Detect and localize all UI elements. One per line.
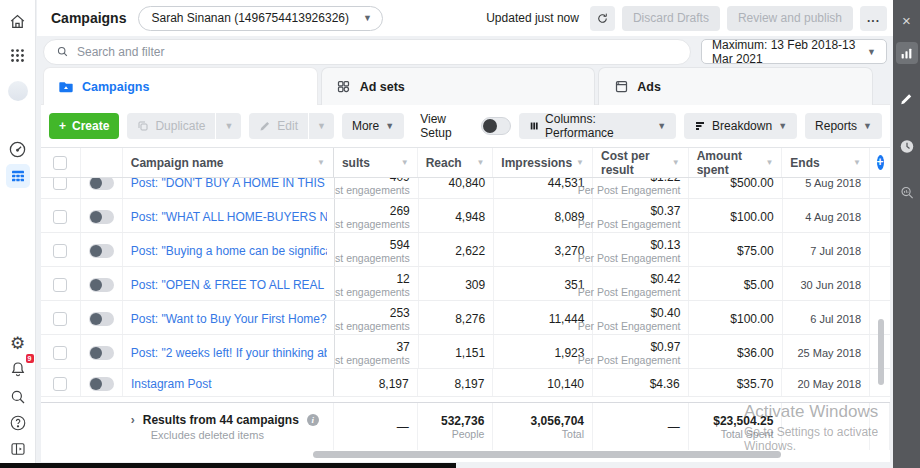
ads-page-icon [613, 79, 629, 95]
sort-icon: ▼ [317, 158, 325, 167]
bar-chart-icon[interactable] [896, 42, 918, 64]
breakdown-button[interactable]: Breakdown▼ [684, 113, 797, 139]
campaign-name-link[interactable]: Instagram Post [131, 377, 212, 391]
add-column-button[interactable]: + [870, 148, 890, 177]
row-checkbox[interactable] [53, 312, 67, 326]
level-tabs: Campaigns Ad sets Ads [43, 67, 873, 105]
home-icon[interactable] [7, 10, 29, 32]
campaign-name-link[interactable]: Post: "DON'T BUY A HOME IN THIS MARKET, … [131, 178, 327, 190]
refresh-button[interactable] [590, 6, 615, 31]
notifications-bell-icon[interactable]: 9 [7, 358, 29, 380]
more-button[interactable]: More▼ [342, 113, 404, 139]
search-icon [56, 45, 69, 58]
more-options-button[interactable]: ... [860, 6, 887, 31]
campaign-status-toggle[interactable] [89, 210, 114, 224]
header-amount-spent[interactable]: Amount spent▼ [689, 148, 783, 177]
campaign-status-toggle[interactable] [89, 278, 114, 292]
ends-cell: 30 Jun 2018 [783, 267, 870, 300]
summary-results: — [334, 403, 418, 450]
duplicate-button[interactable]: Duplicate [127, 113, 215, 139]
help-icon[interactable] [7, 412, 29, 434]
horizontal-scrollbar-thumb[interactable] [313, 451, 781, 458]
row-checkbox[interactable] [53, 346, 67, 360]
history-clock-icon[interactable] [896, 136, 917, 157]
summary-spent: $23,504.25Total Spent [689, 403, 783, 450]
row-checkbox[interactable] [53, 210, 67, 224]
campaigns-folder-icon [58, 79, 74, 95]
cost-per-result-cell: $0.42Per Post Engagement [593, 267, 689, 300]
campaign-name-link[interactable]: Post: "WHAT ALL HOME-BUYERS NEED TO K... [131, 210, 327, 224]
campaigns-panel: + Create Duplicate ▼ Edit ▼ More▼ [41, 104, 890, 462]
amount-spent-cell: $100.00 [689, 199, 782, 232]
amount-spent-cell: $5.00 [689, 267, 782, 300]
reach-cell: 1,151 [419, 335, 494, 368]
settings-gear-icon[interactable]: ⚙ [7, 332, 29, 354]
campaign-status-toggle[interactable] [89, 377, 114, 391]
ends-cell: 20 May 2018 [782, 369, 870, 396]
campaign-name-link[interactable]: Post: "2 weeks left! If your thinking ab… [131, 346, 327, 360]
row-checkbox[interactable] [53, 278, 67, 292]
tab-adsets[interactable]: Ad sets [321, 67, 596, 105]
edit-split-button: Edit ▼ [249, 113, 334, 139]
vertical-scrollbar-thumb[interactable] [878, 319, 884, 385]
discard-drafts-button[interactable]: Discard Drafts [622, 6, 720, 31]
search-icon[interactable] [7, 386, 29, 408]
account-avatar[interactable] [7, 80, 29, 102]
tab-campaigns[interactable]: Campaigns [43, 67, 318, 105]
impressions-cell: 10,140 [493, 369, 593, 396]
apps-grid-icon[interactable] [7, 44, 29, 66]
results-cell: 409st engagements [335, 178, 419, 198]
campaign-status-toggle[interactable] [89, 312, 114, 326]
header-reach[interactable]: Reach▼ [418, 148, 494, 177]
expand-chevron-icon[interactable]: › [131, 413, 135, 427]
columns-button[interactable]: Columns: Performance▼ [519, 113, 676, 139]
row-checkbox[interactable] [53, 178, 67, 190]
tab-ads[interactable]: Ads [598, 67, 873, 105]
select-all-checkbox[interactable] [53, 156, 67, 170]
close-icon[interactable]: × [896, 10, 917, 31]
info-icon[interactable]: i [307, 414, 319, 426]
edit-button[interactable]: Edit [249, 113, 308, 139]
account-name: Sarah Sinanan (1496754413926326) [151, 11, 349, 25]
chevron-down-icon: ▼ [363, 13, 372, 23]
row-checkbox[interactable] [53, 244, 67, 258]
zoom-chart-icon[interactable] [896, 182, 917, 203]
pencil-icon [259, 120, 271, 132]
cost-per-result-cell: $0.40Per Post Engagement [593, 301, 689, 334]
review-publish-button[interactable]: Review and publish [727, 6, 853, 31]
campaign-name-link[interactable]: Post: "Buying a home can be significantl… [131, 244, 327, 258]
page-title: Campaigns [51, 10, 126, 26]
create-button[interactable]: + Create [49, 113, 119, 139]
table-row: Post: "Want to Buy Your First Home? Take… [41, 301, 890, 335]
chevron-down-icon: ▼ [778, 121, 787, 131]
campaign-status-toggle[interactable] [89, 244, 114, 258]
reach-cell: 8,276 [419, 301, 494, 334]
campaign-status-toggle[interactable] [89, 346, 114, 360]
search-input[interactable]: Search and filter [43, 39, 691, 65]
duplicate-caret[interactable]: ▼ [216, 113, 241, 139]
account-selector[interactable]: Sarah Sinanan (1496754413926326) ▼ [138, 6, 382, 31]
chevron-down-icon: ▼ [657, 121, 666, 131]
header-cost-per-result[interactable]: Cost per result▼ [593, 148, 689, 177]
campaign-name-link[interactable]: Post: "OPEN & FREE TO ALL REAL ESTATE A.… [131, 278, 327, 292]
summary-row: › Results from 44 campaigns i Excludes d… [41, 402, 890, 450]
row-checkbox[interactable] [53, 377, 67, 391]
ads-manager-table-icon[interactable] [6, 164, 30, 188]
collapse-sidebar-icon[interactable] [7, 438, 29, 460]
header-campaign-name[interactable]: Campaign name▼ [123, 148, 334, 177]
view-setup-toggle[interactable] [481, 117, 511, 135]
header-results[interactable]: sults▼ [334, 148, 418, 177]
header-impressions[interactable]: Impressions▼ [493, 148, 593, 177]
notification-badge: 9 [26, 354, 34, 363]
speedometer-icon[interactable] [7, 138, 29, 160]
header-ends[interactable]: Ends▼ [782, 148, 870, 177]
date-range-selector[interactable]: Maximum: 13 Feb 2018-13 Mar 2021 ▼ [701, 39, 887, 64]
campaign-name-link[interactable]: Post: "Want to Buy Your First Home? Take… [131, 312, 327, 326]
edit-caret[interactable]: ▼ [309, 113, 334, 139]
reports-button[interactable]: Reports▼ [805, 113, 882, 139]
campaign-status-toggle[interactable] [89, 178, 114, 190]
toggle-column-header [81, 148, 123, 177]
sort-icon: ▼ [853, 158, 861, 167]
edit-pencil-icon[interactable] [896, 88, 917, 109]
ends-cell: 6 Jul 2018 [783, 301, 870, 334]
